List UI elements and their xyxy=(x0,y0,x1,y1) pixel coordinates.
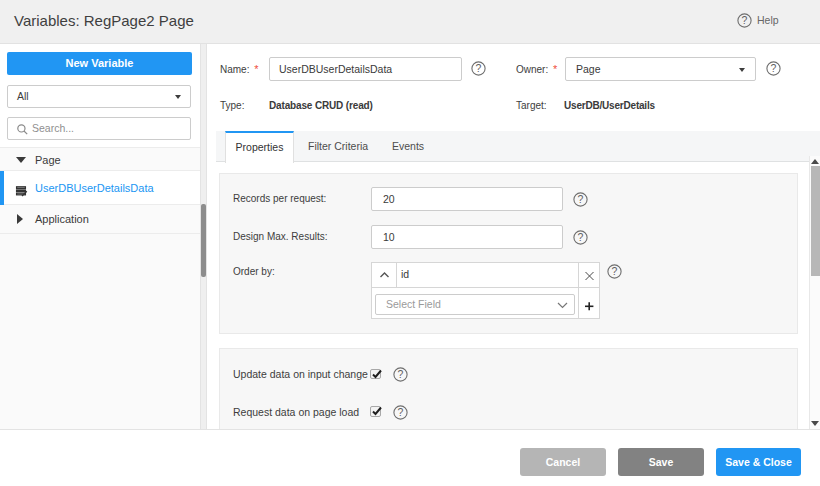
svg-text:?: ? xyxy=(397,368,403,380)
svg-text:?: ? xyxy=(578,193,584,205)
svg-text:?: ? xyxy=(476,62,482,74)
svg-text:?: ? xyxy=(612,265,618,277)
svg-text:?: ? xyxy=(578,231,584,243)
svg-text:?: ? xyxy=(397,406,403,418)
svg-text:?: ? xyxy=(770,62,776,74)
svg-text:?: ? xyxy=(742,14,748,26)
